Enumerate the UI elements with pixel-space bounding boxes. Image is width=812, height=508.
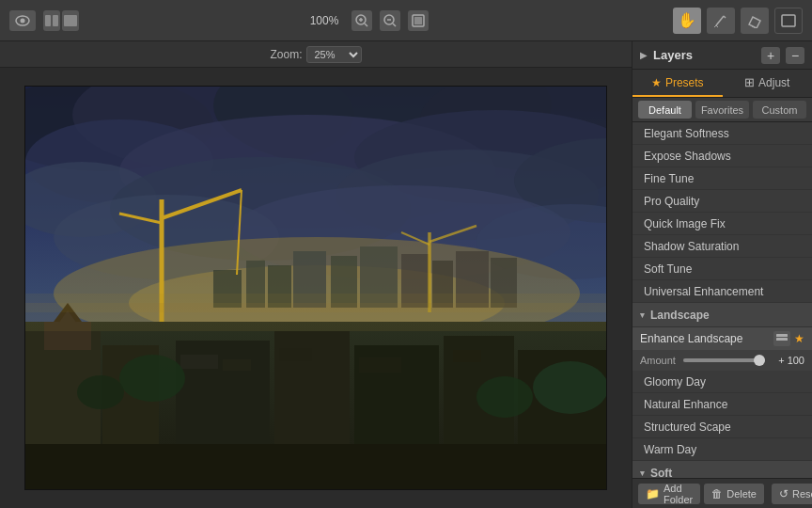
zoom-in-icon[interactable] [351,10,372,31]
item-icons: ★ [773,331,804,346]
svg-rect-77 [25,294,607,312]
delete-label: Delete [726,488,757,500]
layers-title: Layers [653,48,756,62]
add-folder-button[interactable]: 📁 Add Folder [638,484,700,504]
hand-tool[interactable]: ✋ [673,8,701,34]
svg-rect-69 [359,357,401,373]
svg-marker-18 [749,17,760,28]
subtab-favorites-label: Favorites [701,104,743,116]
subtab-default-label: Default [648,104,681,116]
remove-layer-button[interactable]: − [786,47,804,64]
svg-line-15 [724,16,726,18]
preset-pro-quality[interactable]: Pro Quality [632,190,812,213]
preset-fine-tune[interactable]: Fine Tune [632,167,812,190]
tab-presets[interactable]: ★ Presets [632,70,723,97]
svg-line-14 [716,16,724,25]
zoom-bar: Zoom: 25% 50% 100% [0,41,632,68]
fit-icon[interactable] [408,10,429,31]
svg-rect-68 [279,348,312,361]
svg-rect-75 [25,444,607,490]
pen-tool[interactable] [707,8,735,34]
svg-rect-78 [776,334,788,337]
preset-natural-enhance[interactable]: Natural Enhance [632,393,812,416]
star-icon: ★ [651,76,662,89]
svg-rect-79 [776,338,788,341]
add-folder-label: Add Folder [664,483,693,505]
preset-expose-shadows[interactable]: Expose Shadows [632,145,812,167]
svg-rect-2 [45,15,51,26]
svg-line-10 [393,24,396,26]
preset-quick-image-fix[interactable]: Quick Image Fix [632,213,812,235]
preset-list: Elegant Softness Expose Shadows Fine Tun… [632,122,812,478]
preset-shadow-saturation[interactable]: Shadow Saturation [632,235,812,258]
eye-icon[interactable] [9,10,36,31]
reset-label: Reset [792,488,812,500]
layers-icon-btn[interactable] [773,331,790,346]
section-landscape-label: Landscape [650,309,710,322]
layers-arrow-icon: ▶ [640,50,648,60]
soft-arrow-icon: ▾ [640,468,645,478]
landscape-arrow-icon: ▾ [640,310,645,320]
svg-point-72 [533,361,607,414]
svg-point-71 [119,355,185,402]
svg-line-17 [714,25,716,27]
preset-warm-day[interactable]: Warm Day [632,438,812,461]
slider-fill [683,358,765,362]
svg-rect-13 [414,17,422,24]
tab-adjust-label: Adjust [758,76,789,89]
section-soft[interactable]: ▾ Soft [632,461,812,478]
canvas-area: Zoom: 25% 50% 100% [0,41,632,508]
delete-button[interactable]: 🗑 Delete [704,484,764,504]
preset-soft-tune[interactable]: Soft Tune [632,258,812,280]
enhance-landscape-label: Enhance Landscape [640,332,768,345]
section-soft-label: Soft [650,467,672,479]
svg-point-73 [476,376,533,418]
zoom-out-icon[interactable] [380,10,400,31]
zoom-label: Zoom: [270,48,302,61]
svg-rect-70 [453,350,481,362]
preset-structured-scape[interactable]: Structured Scape [632,416,812,438]
subtab-custom[interactable]: Custom [753,101,806,119]
tab-adjust[interactable]: ⊞ Adjust [723,70,813,97]
preset-enhance-landscape[interactable]: Enhance Landscape ★ Amount [632,327,812,371]
amount-label: Amount [640,355,678,366]
square-tool[interactable] [774,8,803,34]
sub-tab-bar: Default Favorites Custom [632,98,812,122]
subtab-favorites[interactable]: Favorites [695,101,749,119]
amount-row: Amount + 100 [632,350,812,371]
subtab-custom-label: Custom [762,104,798,116]
svg-rect-66 [180,355,218,369]
svg-point-1 [21,18,25,23]
favorite-star-icon[interactable]: ★ [794,332,804,345]
layers-header: ▶ Layers + − [632,41,812,70]
tab-bar: ★ Presets ⊞ Adjust [632,70,812,98]
reset-button[interactable]: ↺ Reset [772,484,812,504]
svg-rect-4 [64,15,77,26]
zoom-select[interactable]: 25% 50% 100% [306,46,362,63]
preset-elegant-softness[interactable]: Elegant Softness [632,122,812,145]
eraser-tool[interactable] [741,8,769,34]
amount-slider[interactable] [683,358,765,362]
canvas-wrapper [15,68,617,508]
preset-universal-enhancement[interactable]: Universal Enhancement [632,280,812,303]
zoom-percent: 100% [310,14,339,27]
top-toolbar: 100% ✋ [0,0,812,41]
add-layer-button[interactable]: + [761,47,780,64]
svg-rect-3 [53,15,58,26]
reset-icon: ↺ [779,487,789,500]
section-landscape[interactable]: ▾ Landscape [632,303,812,327]
layout-icon-1[interactable] [43,10,60,31]
main-area: Zoom: 25% 50% 100% [0,41,812,508]
svg-line-6 [365,24,367,26]
delete-icon: 🗑 [711,487,723,500]
adjust-icon: ⊞ [744,75,755,89]
svg-rect-20 [782,15,795,26]
bottom-bar: 📁 Add Folder 🗑 Delete ↺ Reset [632,478,812,508]
photo-canvas[interactable] [24,86,607,490]
preset-gloomy-day[interactable]: Gloomy Day [632,371,812,393]
amount-value: + 100 [771,355,804,366]
subtab-default[interactable]: Default [638,101,692,119]
svg-point-74 [77,375,124,409]
tab-presets-label: Presets [665,76,704,89]
layout-icon-2[interactable] [62,10,79,31]
